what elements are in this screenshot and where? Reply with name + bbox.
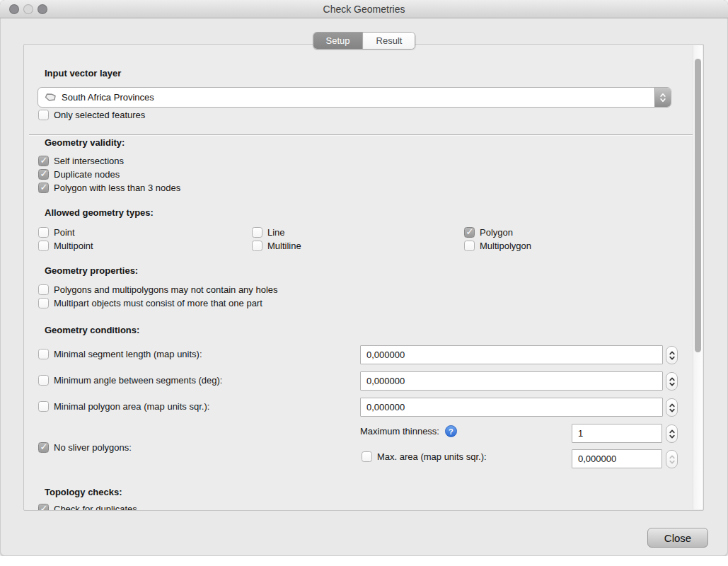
checkbox-label: Multiline <box>267 241 301 251</box>
min-polygon-area-checkbox[interactable] <box>38 401 49 412</box>
window-close-button[interactable] <box>9 4 19 14</box>
setup-panel: Input vector layer South Africa Province… <box>23 44 704 511</box>
point-checkbox[interactable] <box>38 227 49 238</box>
no-sliver-row: No sliver polygons: <box>38 441 132 454</box>
no-holes-checkbox[interactable] <box>38 284 49 295</box>
no-sliver-checkbox[interactable] <box>38 442 49 453</box>
multipolygon-checkbox[interactable] <box>464 241 475 251</box>
validity-row: Duplicate nodes <box>38 168 120 180</box>
geometry-properties-heading: Geometry properties: <box>45 265 138 276</box>
checkbox-label: Multipart objects must consist of more t… <box>54 298 262 308</box>
scrollbar[interactable] <box>693 45 703 509</box>
multiline-checkbox[interactable] <box>252 241 262 251</box>
type-row: Point <box>38 226 75 238</box>
condition-row: Minimum angle between segments (deg): <box>38 374 222 386</box>
help-icon[interactable] <box>445 425 457 437</box>
window-title: Check Geometries <box>323 4 405 15</box>
allowed-types-heading: Allowed geometry types: <box>45 207 154 218</box>
checkbox-label: Multipoint <box>54 241 93 251</box>
multipart-checkbox[interactable] <box>38 298 49 308</box>
setup-result-tabbar: Setup Result <box>313 32 416 50</box>
line-checkbox[interactable] <box>252 227 262 238</box>
property-row: Multipart objects must consist of more t… <box>38 297 262 309</box>
min-angle-stepper[interactable] <box>666 372 678 391</box>
only-selected-row: Only selected features <box>38 109 145 121</box>
only-selected-checkbox[interactable] <box>38 110 49 120</box>
min-segment-length-checkbox[interactable] <box>38 349 49 359</box>
polygon-checkbox[interactable] <box>464 227 475 238</box>
max-thinness-label: Maximum thinness: <box>360 426 439 437</box>
multipoint-checkbox[interactable] <box>38 241 49 251</box>
check-geometries-dialog: Check Geometries Setup Result Input vect… <box>0 0 728 556</box>
checkbox-label: Point <box>54 227 75 238</box>
input-vector-layer-label: Input vector layer <box>45 68 121 79</box>
geometry-conditions-heading: Geometry conditions: <box>45 325 139 335</box>
max-area-checkbox[interactable] <box>362 451 372 462</box>
max-thinness-stepper[interactable] <box>666 424 678 443</box>
tab-result[interactable]: Result <box>363 33 415 49</box>
type-row: Multipoint <box>38 240 93 252</box>
tab-setup[interactable]: Setup <box>313 33 363 49</box>
only-selected-label: Only selected features <box>54 110 145 120</box>
window-minimize-button[interactable] <box>23 4 33 14</box>
polygon-less-3-nodes-checkbox[interactable] <box>38 183 49 193</box>
max-thinness-input[interactable] <box>572 424 662 443</box>
input-layer-select[interactable]: South Africa Provinces <box>37 87 671 108</box>
close-button[interactable]: Close <box>647 528 708 548</box>
min-polygon-area-input[interactable] <box>360 398 663 417</box>
min-segment-length-stepper[interactable] <box>666 346 678 364</box>
checkbox-label: Check for duplicates <box>54 504 137 511</box>
input-layer-value: South Africa Provinces <box>62 92 654 103</box>
condition-row: Minimal polygon area (map units sqr.): <box>38 400 209 412</box>
checkbox-label: Minimal polygon area (map units sqr.): <box>54 401 209 412</box>
min-polygon-area-stepper[interactable] <box>666 398 678 417</box>
max-area-stepper[interactable] <box>666 450 678 468</box>
type-row: Polygon <box>464 226 513 238</box>
max-area-row: Max. area (map units sqr.): <box>362 451 487 463</box>
type-row: Multipolygon <box>464 240 531 252</box>
checkbox-label: No sliver polygons: <box>54 442 132 453</box>
geometry-validity-heading: Geometry validity: <box>45 137 125 148</box>
checkbox-label: Line <box>267 227 285 238</box>
condition-row: Minimal segment length (map units): <box>38 348 202 360</box>
min-segment-length-input[interactable] <box>360 345 663 364</box>
duplicate-nodes-checkbox[interactable] <box>38 169 49 180</box>
min-angle-input[interactable] <box>360 371 663 391</box>
check-for-duplicates-checkbox[interactable] <box>38 504 49 511</box>
self-intersections-checkbox[interactable] <box>38 156 49 166</box>
checkbox-label: Multipolygon <box>480 241 531 251</box>
checkbox-label: Duplicate nodes <box>54 169 120 180</box>
checkbox-label: Max. area (map units sqr.): <box>377 451 487 462</box>
checkbox-label: Polygon with less than 3 nodes <box>54 183 180 193</box>
validity-row: Polygon with less than 3 nodes <box>38 182 180 194</box>
checkbox-label: Self intersections <box>54 156 124 166</box>
checkbox-label: Polygons and multipolygons may not conta… <box>54 284 278 295</box>
validity-row: Self intersections <box>38 155 124 167</box>
polygon-layer-icon <box>43 92 57 103</box>
titlebar: Check Geometries <box>0 0 728 18</box>
property-row: Polygons and multipolygons may not conta… <box>38 284 278 296</box>
section-divider <box>29 134 695 136</box>
min-angle-checkbox[interactable] <box>38 375 49 386</box>
checkbox-label: Minimal segment length (map units): <box>54 349 202 359</box>
checkbox-label: Polygon <box>480 227 513 238</box>
max-thinness-row: Maximum thinness: <box>360 425 457 437</box>
topology-row: Check for duplicates <box>38 503 137 511</box>
checkbox-label: Minimum angle between segments (deg): <box>54 375 222 386</box>
topology-checks-heading: Topology checks: <box>45 487 122 497</box>
scrollbar-thumb[interactable] <box>695 59 701 352</box>
type-row: Multiline <box>252 240 301 252</box>
window-zoom-button[interactable] <box>37 4 47 14</box>
type-row: Line <box>252 226 285 238</box>
max-area-input[interactable] <box>572 449 662 468</box>
combobox-arrows-icon <box>654 88 671 107</box>
